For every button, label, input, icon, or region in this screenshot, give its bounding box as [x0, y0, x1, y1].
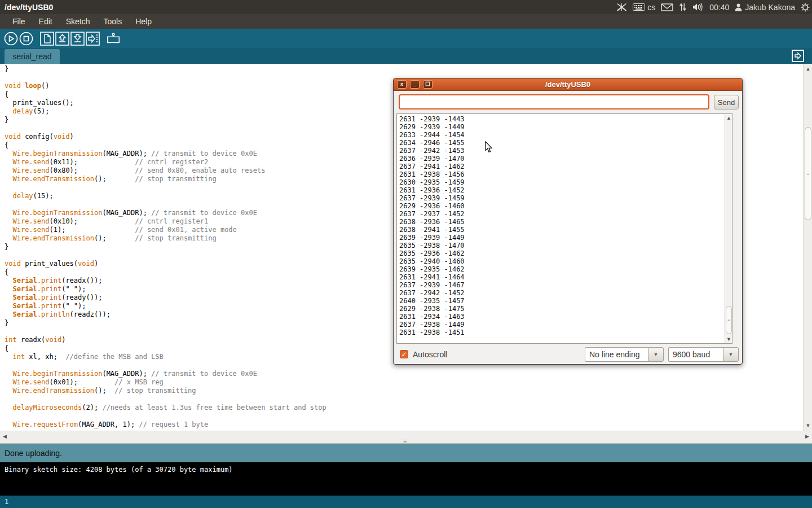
menu-bar: FileEditSketchToolsHelp: [0, 14, 812, 29]
autoscroll-checkbox[interactable]: ✓: [400, 350, 408, 358]
serial-line: 2634 -2946 -1455: [399, 139, 465, 147]
scroll-down-icon[interactable]: ▼: [804, 422, 812, 430]
serial-monitor-button[interactable]: [106, 31, 121, 46]
chevron-down-icon[interactable]: ▼: [723, 347, 739, 362]
serial-line: 2633 -2944 -1454: [399, 131, 465, 139]
tab-serial-read[interactable]: serial_read: [5, 49, 60, 64]
serial-output-area[interactable]: 2631 -2939 -14432629 -2939 -14492633 -29…: [396, 113, 732, 344]
stop-button[interactable]: [19, 31, 33, 46]
user-name-label: Jakub Kakona: [745, 3, 795, 12]
console-output: Binary sketch size: 4208 bytes (of a 307…: [0, 462, 812, 496]
volume-icon[interactable]: [692, 3, 704, 11]
line-number: 1: [0, 498, 8, 506]
save-sketch-button[interactable]: [70, 31, 85, 46]
splitter-grip[interactable]: ☰: [403, 441, 407, 443]
line-ending-dropdown[interactable]: No line ending ▼: [585, 347, 664, 362]
toolbar: [0, 29, 812, 48]
serial-line: 2637 -2941 -1462: [399, 163, 465, 170]
keyboard-indicator[interactable]: cs: [633, 3, 655, 12]
serial-monitor-icon: [108, 33, 119, 42]
serial-scrollbar-thumb[interactable]: ≡: [726, 306, 732, 334]
menu-tools[interactable]: Tools: [97, 15, 129, 28]
clock-label[interactable]: 00:40: [709, 3, 729, 12]
serial-line: 2629 -2939 -1449: [399, 123, 465, 131]
keyboard-layout-label: cs: [647, 3, 655, 12]
window-title: /dev/ttyUSB0: [0, 3, 53, 12]
serial-line: 2637 -2939 -1459: [399, 194, 465, 202]
serial-line: 2631 -2939 -1443: [399, 115, 465, 123]
stop-icon: [24, 36, 28, 41]
serial-line: 2638 -2936 -1465: [399, 218, 465, 226]
line-number-bar: 1: [0, 496, 812, 508]
baud-rate-dropdown[interactable]: 9600 baud ▼: [668, 347, 739, 362]
user-icon: [735, 3, 742, 11]
mail-icon[interactable]: [661, 3, 673, 11]
new-sketch-button[interactable]: [39, 31, 54, 46]
keyboard-icon: [633, 3, 645, 11]
serial-output-text: 2631 -2939 -14432629 -2939 -14492633 -29…: [399, 115, 465, 336]
menu-file[interactable]: File: [6, 15, 32, 28]
serial-window-title: /dev/ttyUSB0: [394, 80, 742, 89]
menu-edit[interactable]: Edit: [32, 15, 59, 28]
editor-horizontal-scrollbar[interactable]: ◀ ☰ ▶: [0, 431, 812, 444]
send-button[interactable]: Send: [714, 95, 739, 110]
serial-send-input[interactable]: [399, 94, 709, 110]
serial-line: 2635 -2938 -1470: [399, 242, 465, 249]
serial-monitor-controls: ✓ Autoscroll No line ending ▼ 9600 baud …: [394, 344, 742, 365]
serial-line: 2637 -2942 -1453: [399, 147, 465, 155]
serial-line: 2631 -2936 -1452: [399, 186, 465, 194]
serial-line: 2639 -2939 -1449: [399, 234, 465, 242]
serial-window-titlebar[interactable]: x _ ❒ /dev/ttyUSB0: [394, 78, 742, 91]
chevron-down-icon[interactable]: ▼: [648, 347, 664, 362]
network-updown-icon[interactable]: [679, 3, 687, 11]
scroll-left-icon[interactable]: ◀: [3, 433, 7, 439]
upload-button[interactable]: [85, 31, 100, 46]
line-ending-value: No line ending: [585, 347, 648, 362]
menu-help[interactable]: Help: [129, 15, 158, 28]
mouse-cursor: [485, 141, 493, 155]
power-icon[interactable]: [801, 3, 810, 12]
editor-vertical-scrollbar[interactable]: ▲ ≡ ▼: [803, 64, 812, 431]
menu-sketch[interactable]: Sketch: [59, 15, 97, 28]
status-message: Done uploading.: [0, 449, 62, 458]
document-icon: [45, 34, 50, 43]
scroll-up-icon[interactable]: ▲: [804, 65, 812, 73]
serial-monitor-window: x _ ❒ /dev/ttyUSB0 Send 2631 -2939 -1443…: [393, 78, 743, 365]
checkmark-icon: ✓: [401, 351, 407, 358]
autoscroll-label: Autoscroll: [413, 350, 447, 359]
serial-line: 2636 -2939 -1470: [399, 155, 465, 163]
serial-scrollbar[interactable]: ▲ ≡ ▼: [725, 114, 732, 343]
tab-label: serial_read: [12, 52, 51, 61]
serial-line: 2631 -2941 -1464: [399, 273, 465, 281]
tab-menu-button[interactable]: [792, 50, 804, 62]
status-bar: Done uploading.: [0, 444, 812, 462]
right-arrow-icon: [89, 35, 95, 42]
scroll-right-icon[interactable]: ▶: [805, 433, 809, 439]
play-icon: [9, 36, 14, 41]
serial-line: 2635 -2936 -1462: [399, 249, 465, 257]
tab-strip: serial_read: [0, 48, 812, 64]
editor-scrollbar-thumb[interactable]: ≡: [805, 127, 811, 220]
user-menu[interactable]: Jakub Kakona: [735, 3, 795, 12]
serial-line: 2637 -2937 -1452: [399, 210, 465, 218]
serial-line: 2629 -2936 -1460: [399, 202, 465, 210]
serial-line: 2629 -2938 -1475: [399, 305, 465, 313]
open-sketch-button[interactable]: [55, 31, 69, 46]
baud-rate-value: 9600 baud: [668, 347, 723, 362]
verify-button[interactable]: [3, 31, 18, 46]
serial-line: 2638 -2941 -1455: [399, 226, 465, 234]
indicator-logo-icon[interactable]: [617, 3, 627, 12]
send-button-label: Send: [718, 98, 735, 107]
scroll-down-icon[interactable]: ▼: [725, 335, 732, 343]
scroll-up-icon[interactable]: ▲: [725, 114, 732, 122]
system-tray: cs 00:40 Jakub Kakona: [617, 0, 810, 14]
serial-line: 2639 -2935 -1462: [399, 265, 465, 273]
serial-line: 2631 -2934 -1463: [399, 313, 465, 321]
code-text: } void loop(){ print_values(); delay(5);…: [5, 65, 326, 429]
serial-line: 2637 -2938 -1449: [399, 321, 465, 329]
up-arrow-icon: [59, 34, 65, 40]
serial-line: 2637 -2939 -1467: [399, 281, 465, 289]
right-arrow-icon: [795, 53, 801, 59]
top-panel: /dev/ttyUSB0 cs 00:40 Jakub Kakona: [0, 0, 812, 14]
serial-line: 2637 -2942 -1452: [399, 289, 465, 297]
